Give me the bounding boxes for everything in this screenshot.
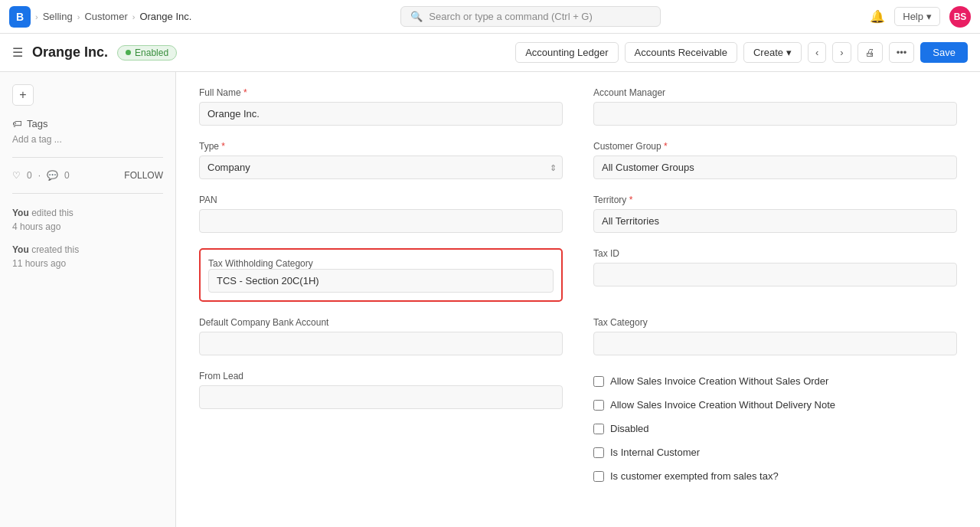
from-lead-group: From Lead <box>199 371 563 482</box>
likes-count: 0 <box>27 170 32 181</box>
customer-group-label: Customer Group <box>593 141 957 152</box>
breadcrumb-current: Orange Inc. <box>139 11 191 22</box>
tags-section: 🏷 Tags <box>12 118 163 129</box>
search-area: 🔍 Search or type a command (Ctrl + G) <box>191 6 870 27</box>
chevron-down-icon: ▾ <box>926 11 932 22</box>
tax-withholding-input[interactable] <box>208 269 554 293</box>
sales-tax-exempt-checkbox[interactable] <box>593 471 604 482</box>
checkboxes-group: Allow Sales Invoice Creation Without Sal… <box>593 371 957 482</box>
doc-header-left: ☰ Orange Inc. Enabled <box>12 44 177 61</box>
doc-header: ☰ Orange Inc. Enabled Accounting Ledger … <box>0 34 980 72</box>
sidebar: + 🏷 Tags Add a tag ... ♡ 0 · 💬 0 FOLLOW … <box>0 72 176 527</box>
timeline-time-1: 4 hours ago <box>12 221 60 232</box>
tax-withholding-group: Tax Withholding Category <box>199 248 563 302</box>
engagement-row: ♡ 0 · 💬 0 FOLLOW <box>12 170 163 181</box>
account-manager-label: Account Manager <box>593 87 957 98</box>
follow-button[interactable]: FOLLOW <box>124 170 163 181</box>
sep1: › <box>35 12 38 21</box>
from-lead-input[interactable] <box>199 385 563 409</box>
accounts-receivable-button[interactable]: Accounts Receivable <box>625 42 737 63</box>
from-lead-label: From Lead <box>199 371 563 381</box>
dot-sep: · <box>38 170 41 181</box>
type-group: Type Company Individual ⇕ <box>199 141 563 179</box>
bank-account-label: Default Company Bank Account <box>199 317 563 328</box>
chevron-down-icon: ▾ <box>786 47 792 58</box>
internal-customer-label: Is Internal Customer <box>610 447 700 458</box>
status-badge: Enabled <box>117 45 177 61</box>
tag-icon: 🏷 <box>12 118 22 129</box>
checkbox-internal-customer: Is Internal Customer <box>593 447 957 458</box>
top-nav: B › Selling › Customer › Orange Inc. 🔍 S… <box>0 0 980 34</box>
tax-id-input[interactable] <box>593 263 957 286</box>
accounting-ledger-button[interactable]: Accounting Ledger <box>515 42 618 63</box>
internal-customer-checkbox[interactable] <box>593 447 604 458</box>
checkbox-sales-tax-exempt: Is customer exempted from sales tax? <box>593 470 957 482</box>
top-nav-right: 🔔 Help ▾ BS <box>870 6 971 28</box>
status-label: Enabled <box>135 47 168 58</box>
allow-delivery-note-checkbox[interactable] <box>593 400 604 411</box>
tax-category-group: Tax Category <box>593 317 957 355</box>
search-icon: 🔍 <box>410 11 423 22</box>
sep2: › <box>77 12 80 21</box>
status-dot <box>126 50 131 55</box>
next-button[interactable]: › <box>832 42 851 63</box>
comment-icon: 💬 <box>47 170 58 181</box>
doc-title: Orange Inc. <box>32 44 108 61</box>
add-button[interactable]: + <box>12 84 34 106</box>
hamburger-icon[interactable]: ☰ <box>12 45 23 60</box>
search-bar[interactable]: 🔍 Search or type a command (Ctrl + G) <box>400 6 661 27</box>
allow-sales-invoice-label: Allow Sales Invoice Creation Without Sal… <box>610 375 828 387</box>
notifications-button[interactable]: 🔔 <box>870 9 885 24</box>
tax-category-label: Tax Category <box>593 317 957 328</box>
full-name-group: Full Name <box>199 87 563 126</box>
prev-button[interactable]: ‹ <box>808 42 826 63</box>
timeline-item-2: You created this 11 hours ago <box>12 243 163 270</box>
customer-group-input[interactable] <box>593 155 957 179</box>
create-button[interactable]: Create ▾ <box>743 42 802 63</box>
type-select[interactable]: Company Individual <box>199 155 563 179</box>
type-select-wrapper: Company Individual ⇕ <box>199 155 563 179</box>
timeline-actor-2: You <box>12 244 29 255</box>
heart-icon: ♡ <box>12 170 21 181</box>
tax-category-input[interactable] <box>593 332 957 355</box>
tags-label: Tags <box>27 118 47 129</box>
pan-input[interactable] <box>199 209 563 233</box>
divider2 <box>12 193 163 194</box>
doc-header-right: Accounting Ledger Accounts Receivable Cr… <box>515 42 968 63</box>
full-name-input[interactable] <box>199 102 563 126</box>
tax-id-group: Tax ID <box>593 248 957 302</box>
type-label: Type <box>199 141 563 152</box>
help-label: Help <box>903 11 923 22</box>
account-manager-input[interactable] <box>593 102 957 126</box>
search-placeholder: Search or type a command (Ctrl + G) <box>429 11 593 22</box>
tax-withholding-label: Tax Withholding Category <box>208 258 313 269</box>
save-button[interactable]: Save <box>920 42 968 63</box>
breadcrumb-selling[interactable]: Selling <box>43 11 73 22</box>
breadcrumb-customer[interactable]: Customer <box>84 11 127 22</box>
tax-id-label: Tax ID <box>593 248 957 259</box>
create-label: Create <box>753 47 783 58</box>
breadcrumb-area: B › Selling › Customer › Orange Inc. <box>9 6 191 28</box>
allow-sales-invoice-checkbox[interactable] <box>593 376 604 387</box>
timeline-action-2: created this <box>31 244 79 255</box>
divider1 <box>12 157 163 158</box>
avatar[interactable]: BS <box>949 6 971 28</box>
help-button[interactable]: Help ▾ <box>894 7 940 26</box>
timeline-item-1: You edited this 4 hours ago <box>12 206 163 234</box>
territory-group: Territory <box>593 195 957 233</box>
print-button[interactable]: 🖨 <box>858 42 883 63</box>
disabled-checkbox[interactable] <box>593 424 604 434</box>
form-content: Full Name Account Manager Type Company I… <box>176 72 980 527</box>
more-button[interactable]: ••• <box>889 42 915 63</box>
timeline-actor-1: You <box>12 208 29 218</box>
add-tag-link[interactable]: Add a tag ... <box>12 134 163 145</box>
bank-account-input[interactable] <box>199 332 563 355</box>
app-icon[interactable]: B <box>9 6 31 28</box>
allow-delivery-note-label: Allow Sales Invoice Creation Without Del… <box>610 399 835 411</box>
territory-label: Territory <box>593 195 957 205</box>
territory-input[interactable] <box>593 209 957 233</box>
pan-label: PAN <box>199 195 563 205</box>
pan-group: PAN <box>199 195 563 233</box>
sales-tax-exempt-label: Is customer exempted from sales tax? <box>610 470 779 482</box>
form-grid: Full Name Account Manager Type Company I… <box>199 87 957 482</box>
